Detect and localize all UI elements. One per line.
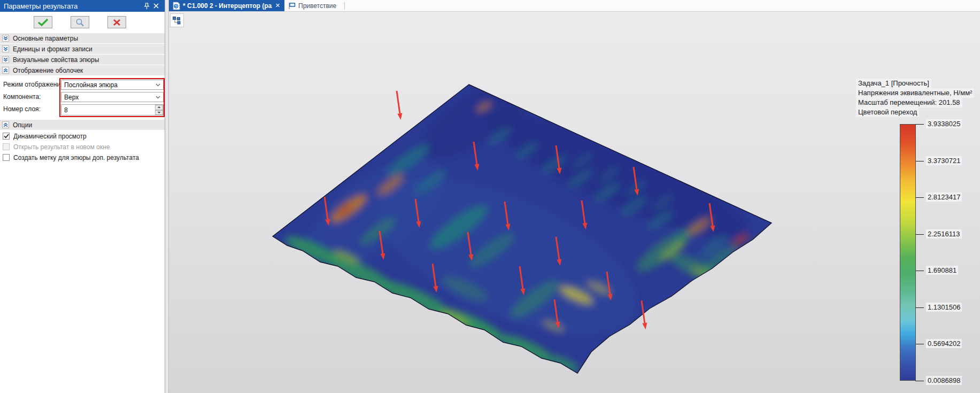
chevron-double-icon	[2, 56, 9, 63]
app-root: Параметры результата Основные параметры	[0, 0, 980, 393]
section-label: Основные параметры	[13, 35, 78, 42]
flag-icon	[288, 2, 296, 10]
colorbar-tick	[915, 124, 924, 125]
section-units-format[interactable]: Единицы и формат записи	[0, 44, 165, 54]
section-label: Единицы и формат записи	[13, 45, 92, 53]
document-icon	[173, 2, 180, 10]
colorbar-tick	[915, 161, 924, 161]
legend-scale-line: Масштаб перемещений: 201.58	[856, 98, 962, 107]
document-tabbar: * C1.000 2 - Интерцептор (ра... ✕ Привет…	[169, 0, 980, 12]
legend-mode-line: Цветовой переход	[856, 107, 919, 117]
structure-tree-button[interactable]	[170, 13, 184, 27]
display-mode-select[interactable]: Послойная эпюра	[61, 80, 164, 90]
viewport-3d[interactable]	[169, 12, 980, 393]
close-panel-icon[interactable]	[151, 1, 161, 11]
display-mode-label: Режим отображения:	[3, 80, 66, 90]
checkbox-icon	[3, 143, 10, 150]
legend-result-line: Напряжения эквивалентные, Н/мм²	[856, 88, 974, 98]
chevron-down-icon	[156, 96, 160, 99]
legend-task-line: Задача_1 [Прочность]	[856, 79, 931, 88]
colorbar-tick	[915, 344, 924, 344]
spinner-down-button[interactable]	[155, 110, 163, 115]
colorbar-tick	[915, 307, 924, 308]
tab-divider	[344, 2, 345, 10]
colorbar-tick-label: 2.2516113	[926, 229, 962, 238]
pin-icon[interactable]	[142, 1, 151, 11]
panel-toolbar	[0, 12, 165, 32]
colorbar: 3.93380253.37307212.81234172.25161131.69…	[900, 124, 980, 381]
spinner-buttons	[155, 105, 163, 115]
chevron-double-icon	[2, 67, 9, 74]
colorbar-tick-label: 2.8123417	[926, 192, 962, 202]
section-visual-properties[interactable]: Визуальные свойства эпюры	[0, 55, 165, 65]
checkbox-create-label[interactable]: Создать метку для эпюры доп. результата	[3, 153, 139, 161]
red-cross-icon	[113, 19, 121, 26]
colorbar-tick-label: 0.0086898	[926, 376, 962, 385]
tab-label: Приветствие	[298, 2, 336, 10]
tab-close-icon[interactable]: ✕	[275, 2, 281, 9]
chevron-double-icon	[2, 35, 9, 42]
colorbar-tick	[915, 234, 924, 235]
colorbar-tick	[915, 197, 924, 198]
chevron-down-icon	[156, 83, 160, 87]
colorbar-tick-label: 1.690881	[926, 266, 958, 275]
section-main-parameters[interactable]: Основные параметры	[0, 33, 165, 43]
checkbox-open-in-new-window[interactable]: Открыть результат в новом окне	[3, 143, 110, 151]
colorbar-gradient	[900, 124, 916, 381]
cancel-button[interactable]	[107, 16, 126, 28]
apply-button[interactable]	[34, 16, 52, 28]
colorbar-tick	[915, 271, 924, 271]
structure-cubes-icon	[172, 16, 182, 25]
layer-number-label: Номер слоя:	[3, 104, 41, 114]
chevron-double-icon	[2, 45, 9, 52]
panel-titlebar: Параметры результата	[0, 0, 165, 12]
section-options[interactable]: Опции	[0, 120, 165, 130]
tab-label: * C1.000 2 - Интерцептор (ра...	[183, 2, 272, 10]
checkbox-icon	[3, 133, 10, 140]
section-label: Визуальные свойства эпюры	[13, 56, 99, 64]
colorbar-tick-label: 3.3730721	[926, 156, 962, 165]
component-select[interactable]: Верх	[61, 92, 164, 102]
tab-document[interactable]: * C1.000 2 - Интерцептор (ра... ✕	[169, 0, 284, 11]
preview-button[interactable]	[71, 16, 89, 28]
panel-title: Параметры результата	[4, 2, 142, 10]
magnifier-icon	[75, 18, 84, 27]
checkmark-icon	[37, 18, 49, 26]
checkbox-dynamic-preview[interactable]: Динамический просмотр	[3, 132, 87, 140]
colorbar-tick-label: 3.9338025	[926, 119, 962, 128]
result-legend: Задача_1 [Прочность] Напряжения эквивале…	[856, 79, 974, 117]
panel-splitter[interactable]	[165, 0, 169, 393]
colorbar-tick-label: 0.5694202	[926, 339, 962, 348]
tab-welcome[interactable]: Приветствие	[284, 0, 340, 11]
section-shell-display[interactable]: Отображение оболочек	[0, 65, 165, 75]
colorbar-tick-label: 1.1301506	[926, 303, 962, 312]
section-label: Отображение оболочек	[13, 67, 83, 74]
colorbar-tick	[915, 381, 924, 381]
result-parameters-panel: Параметры результата Основные параметры	[0, 0, 165, 393]
result-plot-surface	[169, 12, 980, 393]
component-label: Компонента:	[3, 92, 41, 102]
spinner-up-button[interactable]	[155, 105, 163, 110]
layer-number-input[interactable]: 8	[61, 104, 164, 115]
section-label: Опции	[13, 121, 32, 129]
chevron-double-icon	[2, 121, 9, 128]
checkbox-icon	[3, 154, 10, 161]
